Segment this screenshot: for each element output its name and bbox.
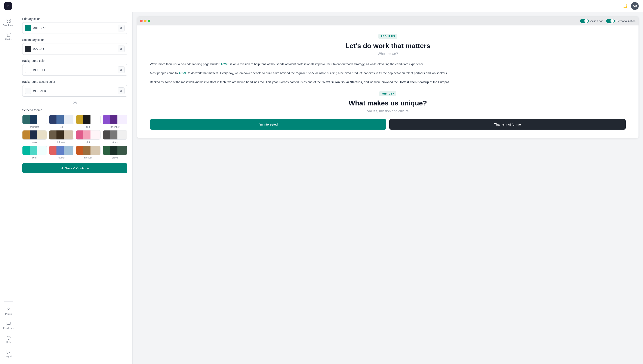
why-us-subtitle: Values, mission and culture [150,109,626,113]
theme-swatch-dusk [22,130,47,140]
theme-name-stone: stone [112,141,118,144]
save-continue-button[interactable]: ↺ Save & Continue [22,163,127,173]
action-bar-label: Action bar [590,20,603,23]
browser-controls: Action bar Personalization [580,18,636,23]
save-button-label: Save & Continue [65,166,89,170]
sidebar: Dashboard Packs Profile Feedback Help Lo… [0,12,17,364]
dark-mode-icon[interactable]: 🌙 [623,4,628,8]
action-bar-toggle-group: Action bar [580,18,603,23]
topbar-right: 🌙 AD [623,2,639,10]
theme-swatch-seg-1 [83,146,90,155]
svg-rect-0 [7,19,8,20]
theme-swatch-seg-1 [56,146,64,155]
app-logo[interactable]: r [4,2,12,10]
theme-swatch-seg-1 [83,130,90,140]
cta-primary-button[interactable]: I'm interested [150,119,386,130]
theme-item-stone[interactable]: stone [103,130,127,144]
sidebar-item-profile[interactable]: Profile [1,305,16,318]
browser-toolbar: Action bar Personalization [137,16,638,26]
theme-name-harvest: harvest [84,156,92,159]
sidebar-item-feedback[interactable]: Feedback [1,319,16,332]
primary-color-hex: #008577 [33,26,116,30]
background-color-reset[interactable]: ↺ [118,66,124,73]
svg-point-5 [7,336,10,340]
theme-swatch-seg-0 [22,130,30,140]
avatar[interactable]: AD [631,2,639,10]
primary-color-label: Primary color [22,17,127,20]
theme-item-gold[interactable]: gold [76,115,100,128]
sidebar-item-packs[interactable]: Packs [1,30,16,43]
action-bar-toggle[interactable] [580,18,589,23]
theme-swatch-seg-1 [30,115,37,124]
theme-item-dusk[interactable]: dusk [22,130,47,144]
primary-color-swatch[interactable] [25,25,31,31]
svg-rect-2 [7,21,8,22]
theme-name-ice: ice [60,126,63,128]
svg-rect-1 [9,19,10,20]
theme-swatch-harvest [76,146,100,155]
theme-swatch-harbor [49,146,74,155]
background-color-section: Background color #FFFFFF ↺ [22,59,127,76]
sidebar-item-packs-label: Packs [5,38,12,41]
right-panel: Action bar Personalization ABOUT US [132,12,643,364]
dot-yellow [144,20,146,22]
theme-swatch-seg-2 [90,146,100,155]
preview-body2: Most people come to ACME to do work that… [150,71,626,76]
primary-color-reset[interactable]: ↺ [118,24,124,32]
theme-swatch-seg-0 [49,115,56,124]
svg-point-4 [8,308,9,310]
theme-item-cyan[interactable]: cyan [22,146,47,159]
primary-color-section: Primary color #008577 ↺ [22,17,127,34]
background-accent-hex: #F9FAFB [33,89,116,92]
theme-swatch-ice [49,115,74,124]
theme-swatch-seg-1 [83,115,90,124]
cta-secondary-button[interactable]: Thanks, not for me [389,119,626,130]
background-accent-reset[interactable]: ↺ [118,88,124,94]
personalization-toggle[interactable] [606,18,615,23]
secondary-color-swatch[interactable] [25,46,31,52]
theme-swatch-midnight [22,115,47,124]
theme-swatch-seg-0 [103,130,110,140]
sidebar-divider [4,301,13,302]
browser-dots [140,20,150,22]
theme-item-grove[interactable]: grove [103,146,127,159]
about-us-tag: ABOUT US [378,34,397,39]
theme-item-ice[interactable]: ice [49,115,74,128]
theme-swatch-seg-2 [64,130,73,140]
personalization-label: Personalization [616,20,636,23]
feedback-icon [6,321,11,326]
logout-icon [6,350,11,354]
theme-name-grove: grove [112,156,118,159]
theme-swatch-seg-1 [110,130,118,140]
background-color-swatch[interactable] [25,67,31,73]
theme-section-label: Select a theme [22,108,127,112]
secondary-color-reset[interactable]: ↺ [118,46,124,52]
theme-item-harvest[interactable]: harvest [76,146,100,159]
why-us-section: WHY US? [150,91,626,99]
theme-swatch-seg-1 [110,146,118,155]
background-color-hex: #FFFFFF [33,68,116,72]
theme-swatch-gold [76,115,100,124]
preview-heading: Let's do work that matters [150,42,626,50]
theme-item-driftwood[interactable]: driftwood [49,130,74,144]
theme-swatch-seg-0 [49,146,56,155]
or-divider: OR [22,101,127,104]
preview-body3: Backed by some of the most well-known in… [150,80,626,85]
theme-swatch-pink [76,130,100,140]
theme-item-midnight[interactable]: midnight [22,115,47,128]
background-accent-swatch[interactable] [25,88,31,94]
secondary-color-input-row: #222831 ↺ [22,43,127,55]
theme-item-harbor[interactable]: harbor [49,146,74,159]
sidebar-item-dashboard[interactable]: Dashboard [1,16,16,29]
theme-swatch-cyan [22,146,47,155]
preview-content: ABOUT US Let's do work that matters Who … [137,26,638,138]
theme-swatch-seg-2 [118,130,127,140]
sidebar-item-help[interactable]: Help [1,333,16,346]
theme-item-lavender[interactable]: lavender [103,115,127,128]
theme-name-harbor: harbor [58,156,65,159]
theme-item-pink[interactable]: pink [76,130,100,144]
sidebar-item-logout[interactable]: Logout [1,347,16,360]
topbar: r 🌙 AD [0,0,643,12]
secondary-color-section: Secondary color #222831 ↺ [22,38,127,55]
primary-color-input-row: #008577 ↺ [22,22,127,34]
